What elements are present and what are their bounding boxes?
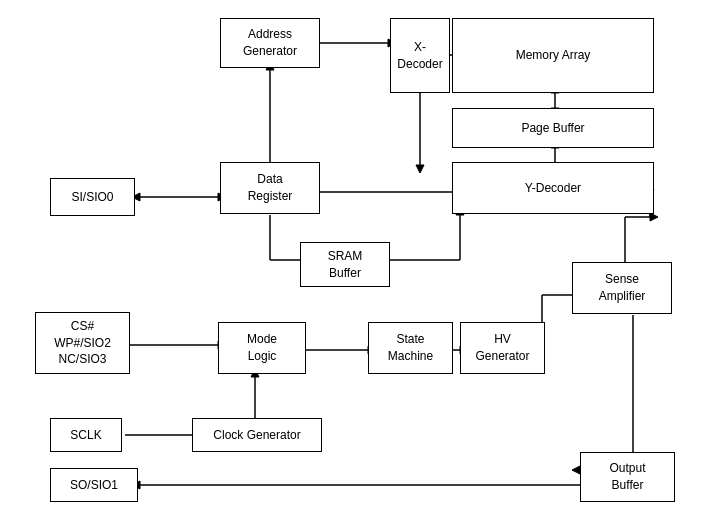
svg-marker-47 [416,165,424,173]
address-generator-label: Address Generator [243,26,297,60]
clock-generator-label: Clock Generator [213,427,300,444]
page-buffer-label: Page Buffer [521,120,584,137]
sram-buffer-label: SRAM Buffer [328,248,363,282]
svg-marker-33 [650,213,658,221]
sram-buffer-block: SRAM Buffer [300,242,390,287]
y-decoder-label: Y-Decoder [525,180,581,197]
sclk-block: SCLK [50,418,122,452]
block-diagram: Address Generator X- Decoder Memory Arra… [0,0,712,519]
page-buffer-block: Page Buffer [452,108,654,148]
cs-wp-nc-label: CS# WP#/SIO2 NC/SIO3 [54,318,111,368]
output-buffer-block: Output Buffer [580,452,675,502]
sense-amplifier-label: Sense Amplifier [599,271,646,305]
state-machine-block: State Machine [368,322,453,374]
x-decoder-block: X- Decoder [390,18,450,93]
si-sio0-label: SI/SIO0 [71,189,113,206]
output-buffer-label: Output Buffer [609,460,645,494]
x-decoder-label: X- Decoder [397,39,442,73]
sclk-label: SCLK [70,427,101,444]
sense-amplifier-block: Sense Amplifier [572,262,672,314]
clock-generator-block: Clock Generator [192,418,322,452]
data-register-block: Data Register [220,162,320,214]
y-decoder-block: Y-Decoder [452,162,654,214]
memory-array-label: Memory Array [516,47,591,64]
hv-generator-label: HV Generator [475,331,529,365]
cs-wp-nc-block: CS# WP#/SIO2 NC/SIO3 [35,312,130,374]
data-register-label: Data Register [248,171,293,205]
so-sio1-block: SO/SIO1 [50,468,138,502]
state-machine-label: State Machine [388,331,433,365]
svg-marker-42 [572,466,580,474]
so-sio1-label: SO/SIO1 [70,477,118,494]
si-sio0-block: SI/SIO0 [50,178,135,216]
memory-array-block: Memory Array [452,18,654,93]
mode-logic-label: Mode Logic [247,331,277,365]
hv-generator-block: HV Generator [460,322,545,374]
mode-logic-block: Mode Logic [218,322,306,374]
address-generator-block: Address Generator [220,18,320,68]
